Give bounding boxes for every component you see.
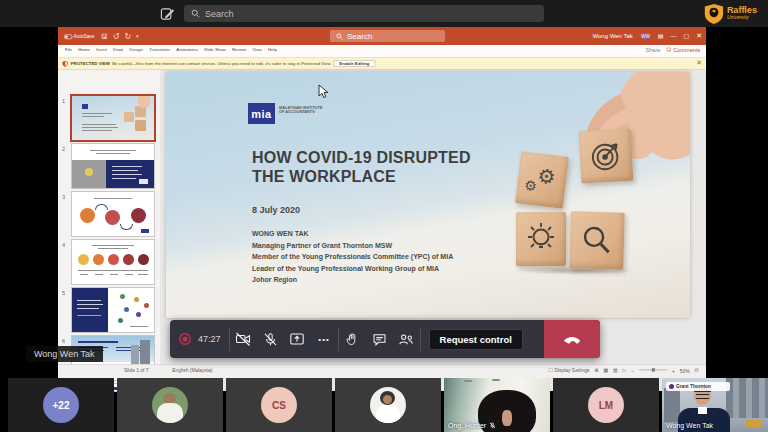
comments-button[interactable]: 🗨 Comments <box>666 47 700 53</box>
account-name[interactable]: Wong Wen Tak <box>592 33 632 40</box>
language-indicator[interactable]: English (Malaysia) <box>172 368 212 373</box>
wooden-block-target <box>579 129 634 184</box>
autosave-toggle[interactable]: AutoSave <box>64 33 94 38</box>
quick-access-toolbar: 🖫 ↺ ↻ ▾ <box>101 32 139 41</box>
tab-review[interactable]: Review <box>232 47 246 51</box>
participant-tile-cs[interactable]: CS <box>226 378 332 432</box>
shield-icon <box>62 60 68 66</box>
teams-search-input[interactable]: Search <box>184 5 544 22</box>
save-icon[interactable]: 🖫 <box>101 33 108 40</box>
hang-up-button[interactable] <box>544 320 600 358</box>
meeting-control-bar: 47:27 ••• Re <box>170 320 600 358</box>
tab-design[interactable]: Design <box>129 47 143 51</box>
zoom-slider[interactable] <box>639 369 667 370</box>
participants-button[interactable] <box>393 332 420 347</box>
mic-off-button[interactable] <box>257 332 284 347</box>
participant-tile-lm[interactable]: LM <box>553 378 659 432</box>
banner-close-icon[interactable]: ✕ <box>696 59 702 67</box>
tab-draw[interactable]: Draw <box>113 47 123 51</box>
tab-help[interactable]: Help <box>268 47 277 51</box>
tab-insert[interactable]: Insert <box>96 47 107 51</box>
slide-title: HOW COVID-19 DISRUPTED THE WORKPLACE <box>252 148 471 186</box>
raffles-shield-icon <box>704 2 724 26</box>
slide-thumbnail-5[interactable] <box>72 288 154 332</box>
initials-badge: CS <box>261 387 297 423</box>
participant-tile-overflow[interactable]: +22 <box>8 378 114 432</box>
slide-thumbnail-2[interactable] <box>72 144 154 188</box>
ribbon-options-icon[interactable]: ▤ <box>658 32 664 40</box>
tab-home[interactable]: Home <box>78 47 90 51</box>
search-icon <box>336 33 343 40</box>
slide-thumbnail-pane: 1 2 3 4 5 6 7 <box>58 70 161 391</box>
slide-thumbnail-3[interactable] <box>72 192 154 236</box>
ppt-status-bar: Slide 1 of 7 English (Malaysia) 🖵 Displa… <box>58 364 706 378</box>
close-button[interactable]: ✕ <box>696 32 702 40</box>
participant-name-label: Wong Wen Tak <box>666 422 713 429</box>
camera-off-button[interactable] <box>230 331 257 347</box>
wooden-block-lightbulb <box>516 212 566 266</box>
slide-thumbnail-4[interactable] <box>72 240 154 284</box>
mic-off-icon <box>489 422 496 429</box>
participant-tile-avatar-2[interactable] <box>335 378 441 432</box>
tab-slide-show[interactable]: Slide Show <box>204 47 226 51</box>
account-avatar[interactable]: WW <box>642 33 649 40</box>
display-settings-button[interactable]: 🖵 Display Settings <box>548 368 589 374</box>
raise-hand-button[interactable] <box>339 332 366 346</box>
grant-thornton-logo: Grant Thornton <box>666 382 730 391</box>
enable-editing-button[interactable]: Enable Editing <box>334 60 375 67</box>
search-placeholder: Search <box>205 9 234 19</box>
teams-top-bar: Search Raffles University <box>0 0 768 27</box>
view-slideshow-icon[interactable]: ▷ <box>622 368 626 374</box>
participant-tile-video-wong[interactable]: Grant Thornton Wong Wen Tak <box>662 378 768 432</box>
participant-tile-video-ong[interactable]: Ong, Hunter <box>444 378 550 432</box>
share-button[interactable]: Share <box>645 47 660 53</box>
presenter-name-chip: Wong Wen Tak <box>26 346 103 362</box>
gear-icon-small: ⚙ <box>523 178 537 193</box>
qat-dropdown-icon[interactable]: ▾ <box>136 33 139 39</box>
participant-tile-avatar-1[interactable] <box>117 378 223 432</box>
zoom-in-button[interactable]: + <box>671 369 674 374</box>
comments-label: Comments <box>673 47 700 53</box>
tab-animations[interactable]: Animations <box>176 47 197 51</box>
taxi <box>746 420 762 427</box>
initials-badge: LM <box>588 387 624 423</box>
toggle-icon <box>64 34 72 39</box>
fit-slide-icon[interactable]: ⊡ <box>694 368 698 374</box>
zoom-level[interactable]: 50% <box>679 369 689 374</box>
glasses <box>696 394 709 399</box>
new-chat-icon[interactable] <box>160 6 175 21</box>
participant-name-label: Ong, Hunter <box>448 422 496 429</box>
request-control-button[interactable]: Request control <box>429 329 523 350</box>
ppt-search-box[interactable]: Search <box>330 30 445 42</box>
chat-button[interactable] <box>366 332 393 347</box>
protected-view-message: Be careful—files from the Internet can c… <box>112 61 331 65</box>
protected-view-banner: PROTECTED VIEW Be careful—files from the… <box>58 58 706 70</box>
redo-icon[interactable]: ↻ <box>124 32 131 41</box>
view-reading-icon[interactable]: ▥ <box>613 368 618 374</box>
thumb-number-4: 4 <box>62 242 68 248</box>
undo-icon[interactable]: ↺ <box>113 32 120 41</box>
more-options-button[interactable]: ••• <box>311 335 338 344</box>
speaker-details: WONG WEN TAK Managing Partner of Grant T… <box>252 228 453 286</box>
thumb-number-2: 2 <box>62 146 68 152</box>
tab-transitions[interactable]: Transitions <box>149 47 170 51</box>
share-screen-button[interactable] <box>284 331 311 347</box>
view-slide-sorter-icon[interactable]: ▦ <box>603 368 608 374</box>
buildings-right <box>726 378 768 418</box>
minimize-button[interactable]: — <box>670 32 676 40</box>
logo-text-university: University <box>727 15 749 19</box>
lightbulb-icon <box>523 220 559 258</box>
maximize-button[interactable]: ▢ <box>683 32 689 40</box>
tab-file[interactable]: File <box>65 47 72 51</box>
slide-date: 8 July 2020 <box>252 205 300 215</box>
mouse-cursor <box>318 84 329 99</box>
shirt <box>698 407 707 414</box>
zoom-out-button[interactable]: − <box>631 369 634 374</box>
slide-thumbnail-1[interactable] <box>72 96 154 140</box>
tab-view[interactable]: View <box>252 47 261 51</box>
recording-indicator-icon <box>178 332 192 346</box>
avatar <box>370 387 406 423</box>
overflow-count-badge: +22 <box>43 387 79 423</box>
slide-1-canvas: mia MALAYSIAN INSTITUTE OF ACCOUNTANTS H… <box>166 72 690 318</box>
view-normal-icon[interactable]: ⊞ <box>594 368 598 374</box>
